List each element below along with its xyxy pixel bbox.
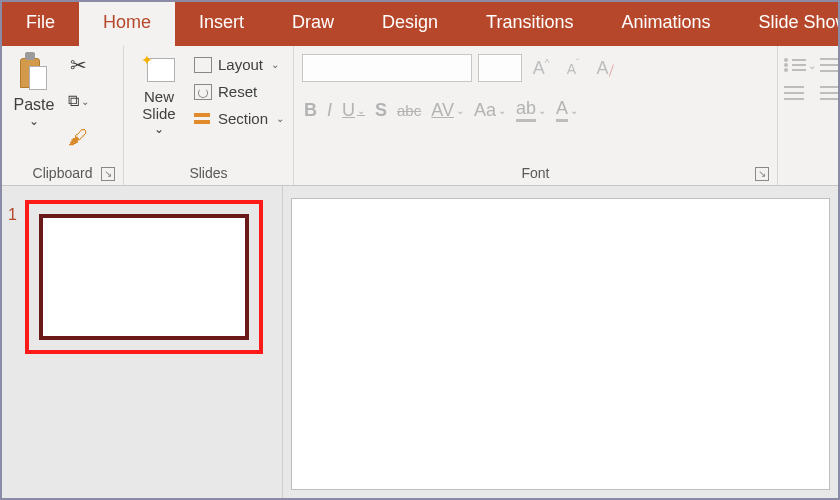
tab-transitions[interactable]: Transitions [462, 2, 597, 46]
section-label: Section [218, 110, 268, 127]
dialog-launcher-icon[interactable]: ↘ [755, 167, 769, 181]
ribbon-tabs: File Home Insert Draw Design Transitions… [2, 2, 838, 46]
format-painter-button[interactable]: 🖌 [64, 124, 92, 150]
highlight-label: ab [516, 98, 536, 122]
slide-canvas[interactable] [291, 198, 830, 490]
char-spacing-button[interactable]: AV⌄ [431, 100, 464, 121]
tab-design[interactable]: Design [358, 2, 462, 46]
tab-slideshow[interactable]: Slide Show [735, 2, 840, 46]
new-slide-button[interactable]: ✦ New Slide ⌄ [130, 50, 188, 138]
slide-editor-pane [282, 186, 838, 498]
strikethrough-button[interactable]: abc [397, 102, 421, 119]
font-size-combo[interactable] [478, 54, 522, 82]
tab-file[interactable]: File [2, 2, 79, 46]
layout-label: Layout [218, 56, 263, 73]
chevron-down-icon: ⌄ [271, 59, 279, 70]
chevron-down-icon: ⌄ [498, 105, 506, 116]
copy-button[interactable]: ⧉⌄ [64, 88, 92, 114]
group-label: Font [521, 165, 549, 181]
font-name-combo[interactable] [302, 54, 472, 82]
align-left-button[interactable] [784, 86, 816, 100]
cut-button[interactable]: ✂ [64, 52, 92, 78]
numbering-icon [820, 58, 840, 72]
chevron-down-icon: ⌄ [808, 60, 816, 71]
highlight-button[interactable]: ab⌄ [516, 98, 546, 122]
layout-button[interactable]: Layout ⌄ [192, 54, 286, 75]
align-center-icon [820, 86, 840, 100]
bold-button[interactable]: B [304, 100, 317, 121]
scissors-icon: ✂ [70, 53, 87, 77]
group-slides: ✦ New Slide ⌄ Layout ⌄ Reset Section [124, 46, 294, 185]
reset-label: Reset [218, 83, 257, 100]
chevron-down-icon: ⌄ [81, 96, 89, 107]
slide-number: 1 [8, 200, 17, 224]
slide-thumbnail-1[interactable] [39, 214, 249, 340]
chevron-down-icon: ⌄ [29, 114, 39, 128]
layout-icon [194, 57, 212, 73]
clipboard-icon [17, 52, 51, 92]
section-icon [194, 111, 212, 127]
paintbrush-icon: 🖌 [68, 126, 88, 149]
group-font: A^ Aˇ A⧸ B I U⌄ S abc AV⌄ Aa⌄ ab⌄ A⌄ Fon… [294, 46, 778, 185]
section-button[interactable]: Section ⌄ [192, 108, 286, 129]
workspace: 1 [2, 186, 838, 498]
italic-button[interactable]: I [327, 100, 332, 121]
underline-label: U [342, 100, 355, 121]
chevron-down-icon: ⌄ [570, 105, 578, 116]
tab-insert[interactable]: Insert [175, 2, 268, 46]
align-left-icon [784, 86, 804, 100]
annotation-highlight [25, 200, 263, 354]
chevron-down-icon: ⌄ [538, 105, 546, 116]
group-clipboard: Paste ⌄ ✂ ⧉⌄ 🖌 Clipboard ↘ [2, 46, 124, 185]
chevron-down-icon: ⌄ [456, 105, 464, 116]
text-shadow-button[interactable]: S [375, 100, 387, 121]
bullets-button[interactable]: ⌄ [784, 58, 816, 72]
reset-icon [194, 84, 212, 100]
reset-button[interactable]: Reset [192, 81, 286, 102]
case-label: Aa [474, 100, 496, 121]
shrink-font-button[interactable]: Aˇ [560, 58, 586, 79]
chevron-down-icon: ⌄ [154, 122, 164, 136]
grow-font-icon: A [533, 58, 545, 78]
chevron-down-icon: ⌄ [357, 105, 365, 116]
ribbon: Paste ⌄ ✂ ⧉⌄ 🖌 Clipboard ↘ ✦ New Slide ⌄ [2, 46, 838, 186]
grow-font-button[interactable]: A^ [528, 58, 554, 79]
new-slide-label: New Slide [142, 88, 175, 122]
clear-formatting-button[interactable]: A⧸ [592, 58, 618, 79]
new-slide-icon: ✦ [141, 52, 177, 86]
numbering-button[interactable] [820, 58, 840, 72]
paste-button[interactable]: Paste ⌄ [8, 50, 60, 130]
copy-icon: ⧉ [68, 92, 79, 110]
dialog-launcher-icon[interactable]: ↘ [101, 167, 115, 181]
font-color-button[interactable]: A⌄ [556, 98, 578, 122]
bullets-icon [784, 58, 806, 72]
tab-home[interactable]: Home [79, 2, 175, 46]
paste-label: Paste [14, 96, 55, 114]
align-center-button[interactable] [820, 86, 840, 100]
change-case-button[interactable]: Aa⌄ [474, 100, 506, 121]
font-color-label: A [556, 98, 568, 122]
group-label: Clipboard [33, 165, 93, 181]
clear-format-icon: A [596, 58, 608, 78]
shrink-font-icon: A [567, 61, 576, 77]
underline-button[interactable]: U⌄ [342, 100, 365, 121]
tab-animations[interactable]: Animations [597, 2, 734, 46]
tab-draw[interactable]: Draw [268, 2, 358, 46]
slide-thumbnail-pane[interactable]: 1 [2, 186, 282, 498]
spacing-label: AV [431, 100, 454, 121]
group-label: Slides [189, 165, 227, 181]
group-paragraph: ⌄ [778, 46, 838, 185]
chevron-down-icon: ⌄ [276, 113, 284, 124]
